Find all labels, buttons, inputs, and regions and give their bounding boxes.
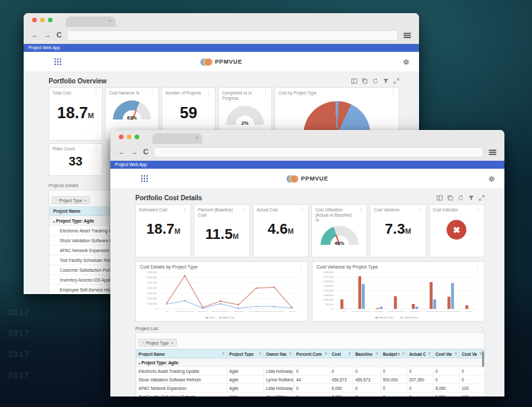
browser-back-icon[interactable]: ← [118, 148, 125, 156]
table-row[interactable]: Test Facility Scheduler RefreshAgileAlex… [137, 393, 485, 397]
filter-funnel-icon [454, 352, 458, 356]
gauge-chart: 63% [113, 100, 151, 120]
address-bar[interactable] [67, 30, 398, 41]
layout-icon[interactable] [351, 78, 357, 84]
card-menu-icon[interactable]: ⋮ [299, 207, 305, 213]
kpi-card-cost-variance: Cost Variance⋮ 7.3M [370, 204, 426, 257]
column-header[interactable]: Baseline Cost [353, 350, 381, 358]
card-menu-icon[interactable]: ⋮ [480, 326, 485, 332]
browser-chrome: × ← → C [24, 13, 419, 44]
window-portfolio-cost-details: × ← → C Project Web App PPMVUE [110, 130, 504, 396]
card-title: Completed vs In Progress [222, 91, 261, 101]
kpi-value: 11.5M [194, 227, 249, 242]
svg-text:2,000,000: 2,000,000 [146, 297, 157, 300]
column-header[interactable]: Owner Name [264, 350, 294, 358]
refresh-icon[interactable] [372, 78, 378, 84]
expand-icon[interactable] [479, 195, 485, 201]
gauge-chart: 40% [321, 226, 359, 246]
svg-text:Cost: Cost [210, 316, 214, 319]
svg-text:Infrastructure: Infrastructure [410, 310, 421, 312]
browser-forward-icon[interactable]: → [44, 32, 51, 39]
column-header[interactable]: Project Type [227, 350, 264, 358]
project-list-panel: ↑Project Type× Project NameProject TypeO… [135, 332, 485, 396]
browser-forward-icon[interactable]: → [131, 148, 138, 156]
svg-text:4,000,000: 4,000,000 [323, 271, 334, 274]
filter-chip-project-type[interactable]: ↑Project Type× [52, 196, 90, 204]
duplicate-icon[interactable] [362, 78, 368, 84]
card-menu-icon[interactable]: ⋮ [417, 207, 422, 213]
window-zoom-button[interactable] [135, 135, 139, 139]
tab-close-icon[interactable]: × [195, 135, 198, 140]
card-menu-icon[interactable]: ⋮ [359, 207, 364, 213]
tab-close-icon[interactable]: × [108, 18, 112, 24]
window-minimize-button[interactable] [40, 18, 45, 22]
window-close-button[interactable] [32, 18, 37, 22]
kpi-card-total-cost: Total Cost⋮ 18.7M [49, 87, 102, 140]
kpi-card-cost-utilization: Cost Utilization (Actual vs Baseline) %⋮… [311, 204, 367, 257]
column-header[interactable]: Cost Variance % [460, 350, 485, 358]
card-menu-icon[interactable]: ⋮ [476, 207, 481, 213]
card-menu-icon[interactable]: ⋮ [299, 265, 304, 270]
card-menu-icon[interactable]: ⋮ [391, 91, 396, 96]
app-header: PPMVUE [110, 169, 504, 189]
chart-title: Cost Details by Project Type [140, 265, 297, 269]
card-menu-icon[interactable]: ⋮ [476, 265, 481, 270]
svg-text:7,000,000: 7,000,000 [146, 271, 157, 274]
browser-tab[interactable]: × [66, 16, 116, 27]
column-header[interactable]: Cost Variance [433, 350, 460, 358]
card-menu-icon[interactable]: ⋮ [94, 146, 99, 152]
column-header[interactable]: Project Name [137, 350, 227, 358]
apps-grid-icon[interactable] [141, 175, 148, 182]
browser-reload-icon[interactable]: C [56, 32, 62, 39]
table-row[interactable]: APAC Network ExpansionAgileLidia Hollowa… [137, 384, 485, 393]
card-menu-icon[interactable]: ⋮ [94, 91, 99, 96]
card-menu-icon[interactable]: ⋮ [263, 91, 269, 96]
page-title: Portfolio Overview [49, 77, 106, 85]
gauge-value: 40% [321, 240, 359, 246]
filter-icon[interactable] [468, 195, 474, 201]
refresh-icon[interactable] [458, 195, 464, 201]
group-row[interactable]: ▴ Project Type: Agile [137, 358, 485, 367]
browser-menu-icon[interactable] [489, 149, 497, 156]
card-menu-icon[interactable]: ⋮ [150, 91, 156, 96]
chip-remove-icon[interactable]: × [84, 198, 87, 203]
layout-icon[interactable] [437, 195, 443, 201]
browser-back-icon[interactable]: ← [32, 32, 39, 39]
browser-tab[interactable]: × [152, 133, 202, 144]
filter-chip-project-type[interactable]: ↑Project Type× [139, 339, 177, 347]
window-minimize-button[interactable] [127, 135, 131, 139]
ppmvue-logo-icon [286, 175, 298, 182]
card-title: Risks Count [53, 146, 92, 152]
window-close-button[interactable] [119, 135, 123, 139]
card-title: Cost by Project Type [278, 91, 389, 96]
table-row[interactable]: Stock Validation Software RefreshAgileLy… [137, 375, 485, 384]
panel-title: Project List [135, 326, 478, 331]
column-header[interactable]: Cost [330, 350, 353, 358]
settings-gear-icon[interactable] [403, 58, 410, 66]
apps-grid-icon[interactable] [54, 58, 62, 66]
expand-icon[interactable] [393, 78, 399, 84]
collapse-icon[interactable]: ▴ [53, 219, 55, 223]
duplicate-icon[interactable] [447, 195, 453, 201]
filter-icon[interactable] [383, 78, 389, 84]
browser-reload-icon[interactable]: C [143, 148, 148, 156]
filter-funnel-icon [375, 352, 379, 356]
chip-remove-icon[interactable]: × [171, 341, 173, 345]
gauge-value: 63% [113, 115, 151, 120]
card-menu-icon[interactable]: ⋮ [207, 91, 212, 96]
column-header[interactable]: Budget Cost [381, 350, 407, 358]
sort-ascending-icon: ↑ [142, 341, 144, 345]
table-row[interactable]: Electronic Asset Tracking UpdateAgileLid… [137, 367, 485, 375]
card-menu-icon[interactable]: ⋮ [183, 207, 188, 213]
browser-menu-icon[interactable] [403, 32, 411, 39]
table-scrollbar[interactable] [482, 351, 484, 367]
window-zoom-button[interactable] [48, 18, 53, 22]
column-header[interactable]: Actual Cost [407, 350, 433, 358]
kpi-value: 7.3M [370, 222, 425, 236]
column-header[interactable]: Percent Completed [294, 350, 330, 358]
bar-chart: 0500,0001,000,0001,500,0002,000,0002,500… [317, 270, 480, 320]
settings-gear-icon[interactable] [488, 175, 495, 182]
card-menu-icon[interactable]: ⋮ [241, 207, 246, 213]
kpi-card-estimated-cost: Estimated Cost⋮ 18.7M [135, 204, 191, 257]
address-bar[interactable] [154, 147, 483, 158]
